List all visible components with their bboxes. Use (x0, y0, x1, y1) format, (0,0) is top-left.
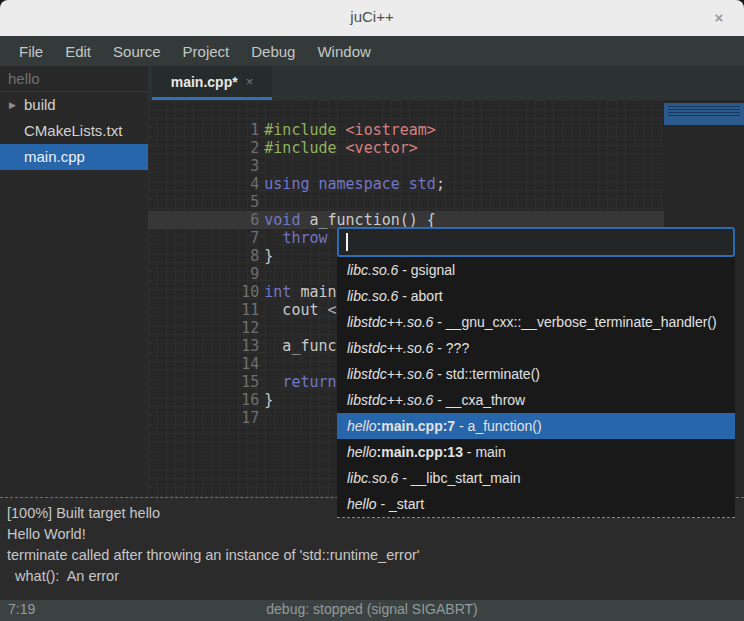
frame-location: :main.cpp:7 (377, 418, 456, 434)
line-number: 14 (238, 355, 259, 373)
frame-location: :main.cpp:13 (377, 444, 463, 460)
line-number: 4 (238, 175, 259, 193)
code-text: } (264, 391, 273, 409)
debug-info-tooltip (664, 103, 744, 125)
frame-function: - a_function() (455, 418, 541, 434)
frame-library: libstdc++.so.6 (347, 392, 433, 408)
tree-item[interactable]: CMakeLists.txt (0, 118, 148, 144)
window-close-icon[interactable]: × (708, 7, 730, 29)
backtrace-search-wrap (337, 227, 735, 257)
code-text: #include <vector> (264, 139, 418, 157)
frame-function: - _start (377, 496, 424, 512)
output-line: what(): An error (7, 566, 737, 587)
backtrace-item[interactable]: libc.so.6 - abort (337, 283, 735, 309)
menu-item[interactable]: Edit (56, 39, 100, 64)
project-tree-items: ▶ build CMakeLists.txt main.cpp (0, 92, 148, 170)
line-number: 17 (238, 409, 259, 427)
backtrace-item[interactable]: libc.so.6 - gsignal (337, 257, 735, 283)
line-number: 15 (238, 373, 259, 391)
line-number: 3 (238, 157, 259, 175)
frame-function: - ??? (433, 340, 469, 356)
backtrace-item[interactable]: libstdc++.so.6 - __cxa_throw (337, 387, 735, 413)
backtrace-popup: libc.so.6 - gsignal libc.so.6 - abort li… (337, 227, 735, 518)
backtrace-list: libc.so.6 - gsignal libc.so.6 - abort li… (337, 257, 735, 518)
frame-library: libc.so.6 (347, 262, 398, 278)
line-number: 8 (238, 247, 259, 265)
frame-library: libstdc++.so.6 (347, 340, 433, 356)
backtrace-item[interactable]: libc.so.6 - __libc_start_main (337, 465, 735, 491)
frame-function: - abort (398, 288, 442, 304)
line-number: 16 (238, 391, 259, 409)
backtrace-item[interactable]: hello - _start (337, 491, 735, 517)
line-number: 5 (238, 193, 259, 211)
tab-close-icon[interactable]: × (246, 74, 254, 89)
frame-function: - __libc_start_main (398, 470, 520, 486)
tree-item-label: build (24, 96, 56, 113)
window-title: juCi++ (0, 8, 744, 25)
tree-item-label: main.cpp (24, 148, 85, 165)
menu-item[interactable]: Source (104, 39, 170, 64)
code-text: using namespace std; (264, 175, 445, 193)
menu-item[interactable]: File (10, 39, 52, 64)
frame-function: - __gnu_cxx::__verbose_terminate_handler… (433, 314, 716, 330)
line-number: 12 (238, 319, 259, 337)
frame-function: - main (463, 444, 506, 460)
line-number: 11 (238, 301, 259, 319)
frame-library: libstdc++.so.6 (347, 314, 433, 330)
frame-function: - std::terminate() (433, 366, 540, 382)
code-line[interactable]: 1#include <iostream> (148, 103, 744, 121)
statusbar: 7:19 debug: stopped (signal SIGABRT) (0, 600, 744, 621)
menu-item[interactable]: Debug (242, 39, 304, 64)
output-line: Hello World! (7, 524, 737, 545)
code-text: #include <iostream> (264, 121, 436, 139)
tab-main-cpp[interactable]: main.cpp* × (152, 66, 272, 100)
line-number: 2 (238, 139, 259, 157)
line-number: 7 (238, 229, 259, 247)
line-number: 1 (238, 121, 259, 139)
backtrace-item[interactable]: hello:main.cpp:7 - a_function() (337, 413, 735, 439)
tabstrip: main.cpp* × (148, 66, 744, 100)
titlebar: juCi++ × (0, 0, 744, 36)
frame-library: libc.so.6 (347, 288, 398, 304)
project-name: hello (0, 66, 148, 92)
tree-item-label: CMakeLists.txt (24, 122, 122, 139)
frame-library: hello (347, 418, 377, 434)
line-number: 9 (238, 265, 259, 283)
menubar: FileEditSourceProjectDebugWindow (0, 36, 744, 66)
tree-item[interactable]: main.cpp (0, 144, 148, 170)
frame-library: libstdc++.so.6 (347, 366, 433, 382)
frame-library: libc.so.6 (347, 470, 398, 486)
code-text: } (264, 247, 273, 265)
frame-function: - gsignal (398, 262, 455, 278)
tab-label: main.cpp* (171, 74, 238, 90)
text-caret (346, 233, 348, 251)
backtrace-item[interactable]: libstdc++.so.6 - __gnu_cxx::__verbose_te… (337, 309, 735, 335)
backtrace-item[interactable]: libstdc++.so.6 - ??? (337, 335, 735, 361)
frame-library: hello (347, 496, 377, 512)
backtrace-item[interactable]: hello:main.cpp:13 - main (337, 439, 735, 465)
backtrace-search-input[interactable] (337, 227, 735, 257)
line-number: 13 (238, 337, 259, 355)
output-line: terminate called after throwing an insta… (7, 545, 737, 566)
app-window: juCi++ × FileEditSourceProjectDebugWindo… (0, 0, 744, 621)
line-number: 10 (238, 283, 259, 301)
menu-item[interactable]: Window (308, 39, 379, 64)
expander-icon[interactable]: ▶ (9, 92, 16, 118)
debug-status: debug: stopped (signal SIGABRT) (0, 601, 744, 617)
line-number: 6 (238, 211, 259, 229)
menu-item[interactable]: Project (174, 39, 239, 64)
frame-library: hello (347, 444, 377, 460)
tree-item[interactable]: ▶ build (0, 92, 148, 118)
frame-function: - __cxa_throw (433, 392, 525, 408)
backtrace-item[interactable]: libstdc++.so.6 - std::terminate() (337, 361, 735, 387)
